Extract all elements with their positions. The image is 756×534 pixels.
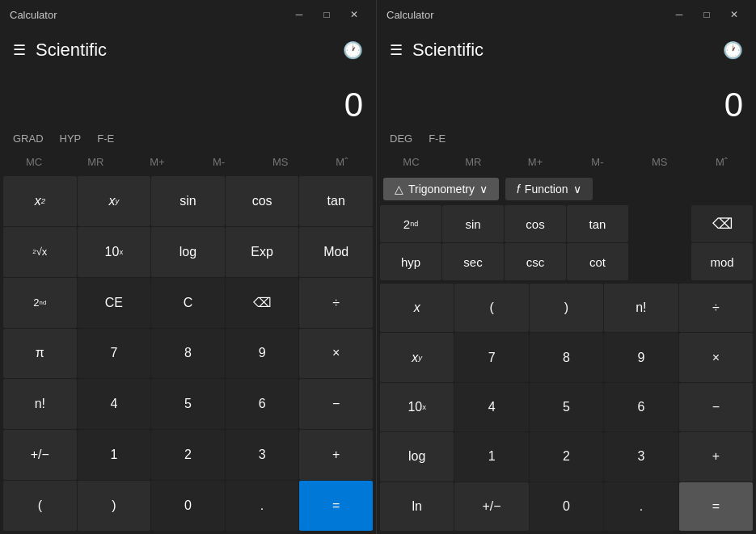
trig-backspace[interactable]: ⌫	[691, 205, 753, 242]
mode-fe-right[interactable]: F-E	[422, 131, 452, 146]
trig-sin[interactable]: sin	[442, 205, 504, 242]
btn-log[interactable]: log	[151, 227, 225, 277]
menu-icon-right[interactable]: ☰	[390, 41, 403, 59]
trig-cos[interactable]: cos	[505, 205, 566, 242]
rbtn-6[interactable]: 6	[604, 383, 678, 431]
rbtn-plusminus[interactable]: +/−	[454, 482, 528, 531]
rbtn-3[interactable]: 3	[604, 432, 678, 481]
btn-x2[interactable]: x2	[3, 176, 77, 226]
trig-dropdown[interactable]: △ Trigonometry ∨	[383, 178, 499, 200]
trig-csc[interactable]: csc	[505, 243, 566, 280]
btn-cos[interactable]: cos	[226, 176, 299, 226]
history-button-right[interactable]: 🕐	[723, 40, 743, 60]
rbtn-closeparen[interactable]: )	[530, 284, 603, 332]
btn-minus[interactable]: −	[299, 379, 373, 429]
btn-sin[interactable]: sin	[151, 176, 225, 226]
rbtn-minus[interactable]: −	[679, 383, 753, 431]
btn-exp[interactable]: Exp	[226, 227, 299, 277]
trig-mod[interactable]: mod	[691, 243, 753, 280]
mem-mc-left[interactable]: MC	[3, 151, 65, 173]
rbtn-multiply[interactable]: ×	[679, 333, 753, 381]
mem-mr-right[interactable]: MR	[442, 151, 505, 173]
mode-fe[interactable]: F-E	[91, 131, 120, 146]
rbtn-0[interactable]: 0	[530, 482, 603, 531]
btn-sqrt[interactable]: 2√x	[3, 227, 77, 277]
btn-6[interactable]: 6	[226, 379, 299, 429]
trig-cot[interactable]: cot	[567, 243, 628, 280]
mem-mhat-left[interactable]: Mˆ	[311, 151, 373, 173]
rbtn-7[interactable]: 7	[454, 333, 528, 381]
maximize-button-left[interactable]: □	[315, 5, 339, 24]
btn-8[interactable]: 8	[151, 329, 225, 379]
mem-mr-left[interactable]: MR	[65, 151, 126, 173]
btn-ce[interactable]: CE	[78, 278, 151, 328]
rbtn-divide[interactable]: ÷	[679, 284, 753, 332]
header-right: ☰ Scientific 🕐	[377, 29, 756, 71]
minimize-button-left[interactable]: ─	[287, 5, 311, 24]
btn-equals[interactable]: =	[299, 481, 373, 531]
mem-ms-left[interactable]: MS	[250, 151, 311, 173]
btn-mod[interactable]: Mod	[299, 227, 373, 277]
mem-mminus-left[interactable]: M-	[188, 151, 250, 173]
btn-2[interactable]: 2	[151, 430, 225, 480]
btn-nfact[interactable]: n!	[3, 379, 77, 429]
btn-tan[interactable]: tan	[299, 176, 373, 226]
rbtn-10x[interactable]: 10x	[380, 383, 454, 431]
mode-grad[interactable]: GRAD	[6, 131, 50, 146]
rbtn-4[interactable]: 4	[454, 383, 528, 431]
mem-mminus-right[interactable]: M-	[566, 151, 628, 173]
maximize-button-right[interactable]: □	[695, 5, 719, 24]
trig-2nd[interactable]: 2nd	[380, 205, 441, 242]
btn-backspace[interactable]: ⌫	[226, 278, 299, 328]
btn-openparen[interactable]: (	[3, 481, 77, 531]
rbtn-1[interactable]: 1	[454, 432, 528, 481]
rbtn-equals[interactable]: =	[679, 482, 753, 531]
rbtn-dot[interactable]: .	[604, 482, 678, 531]
trig-hyp[interactable]: hyp	[380, 243, 441, 280]
menu-icon-left[interactable]: ☰	[13, 41, 26, 59]
mode-deg[interactable]: DEG	[383, 131, 419, 146]
rbtn-log[interactable]: log	[380, 432, 454, 481]
btn-dot[interactable]: .	[226, 481, 299, 531]
rbtn-2[interactable]: 2	[530, 432, 603, 481]
rbtn-openparen[interactable]: (	[454, 284, 528, 332]
mode-hyp[interactable]: HYP	[53, 131, 88, 146]
btn-plusminus[interactable]: +/−	[3, 430, 77, 480]
btn-4[interactable]: 4	[78, 379, 151, 429]
trig-tan[interactable]: tan	[567, 205, 628, 242]
mem-mplus-left[interactable]: M+	[126, 151, 188, 173]
rbtn-x[interactable]: x	[380, 284, 454, 332]
mem-mhat-right[interactable]: Mˆ	[691, 151, 753, 173]
rbtn-nfact[interactable]: n!	[604, 284, 678, 332]
trig-sec[interactable]: sec	[442, 243, 504, 280]
close-button-left[interactable]: ✕	[342, 5, 366, 24]
btn-divide[interactable]: ÷	[299, 278, 373, 328]
rbtn-5[interactable]: 5	[530, 383, 603, 431]
history-button-left[interactable]: 🕐	[343, 40, 363, 60]
rbtn-xy[interactable]: xy	[380, 333, 454, 381]
rbtn-9[interactable]: 9	[604, 333, 678, 381]
btn-multiply[interactable]: ×	[299, 329, 373, 379]
btn-1[interactable]: 1	[78, 430, 151, 480]
btn-7[interactable]: 7	[78, 329, 151, 379]
minimize-button-right[interactable]: ─	[667, 5, 691, 24]
rbtn-ln[interactable]: ln	[380, 482, 454, 531]
btn-5[interactable]: 5	[151, 379, 225, 429]
rbtn-plus[interactable]: +	[679, 432, 753, 481]
btn-10x[interactable]: 10x	[78, 227, 151, 277]
btn-c[interactable]: C	[151, 278, 225, 328]
btn-3[interactable]: 3	[226, 430, 299, 480]
btn-9[interactable]: 9	[226, 329, 299, 379]
rbtn-8[interactable]: 8	[530, 333, 603, 381]
btn-xy[interactable]: xy	[78, 176, 151, 226]
mem-mc-right[interactable]: MC	[380, 151, 442, 173]
mem-mplus-right[interactable]: M+	[505, 151, 567, 173]
func-dropdown[interactable]: f Function ∨	[505, 178, 593, 200]
close-button-right[interactable]: ✕	[722, 5, 746, 24]
btn-closeparen[interactable]: )	[78, 481, 151, 531]
btn-2nd[interactable]: 2nd	[3, 278, 77, 328]
btn-0[interactable]: 0	[151, 481, 225, 531]
mem-ms-right[interactable]: MS	[628, 151, 691, 173]
btn-pi[interactable]: π	[3, 329, 77, 379]
btn-plus[interactable]: +	[299, 430, 373, 480]
